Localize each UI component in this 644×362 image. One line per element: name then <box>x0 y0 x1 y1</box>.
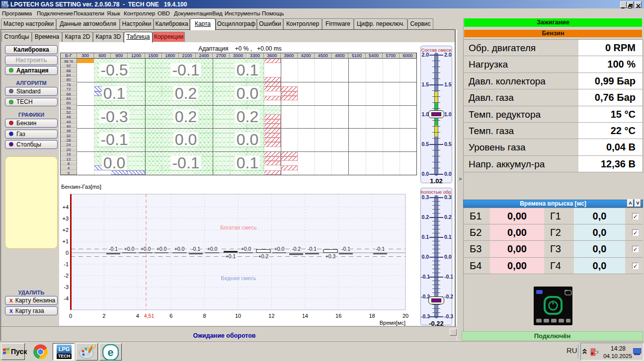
svg-text:+3: +3 <box>62 216 69 221</box>
svg-text:Бедная смесь: Бедная смесь <box>221 275 256 281</box>
svg-text:+0.0: +0.0 <box>124 246 135 252</box>
svg-text:0: 0 <box>66 250 69 256</box>
svg-text:6: 6 <box>169 313 172 319</box>
svg-text:+0.1: +0.1 <box>226 253 236 259</box>
svg-text:0: 0 <box>69 313 72 319</box>
svg-text:-4: -4 <box>64 295 69 301</box>
svg-text:+0.0: +0.0 <box>157 246 167 252</box>
svg-text:+4: +4 <box>62 204 69 210</box>
svg-text:+0.0: +0.0 <box>241 246 251 252</box>
svg-text:+0.0: +0.0 <box>174 246 185 252</box>
svg-text:8: 8 <box>203 313 206 319</box>
svg-text:+0.0: +0.0 <box>207 246 218 252</box>
svg-text:+0.2: +0.2 <box>258 253 269 259</box>
svg-text:Время[мс]: Время[мс] <box>380 320 405 326</box>
svg-text:-2: -2 <box>64 273 69 279</box>
svg-text:-0.1: -0.1 <box>109 246 118 252</box>
svg-text:4: 4 <box>136 313 139 319</box>
svg-text:-0.2: -0.2 <box>292 246 301 252</box>
svg-text:-0.1: -0.1 <box>308 246 317 252</box>
svg-text:14: 14 <box>302 313 308 319</box>
svg-text:Бензин-Газ[ms]: Бензин-Газ[ms] <box>61 184 101 190</box>
svg-text:+2: +2 <box>62 227 69 233</box>
svg-text:+0.0: +0.0 <box>274 246 285 252</box>
svg-text:12: 12 <box>268 313 274 319</box>
svg-text:16: 16 <box>335 313 341 319</box>
svg-text:+0.0: +0.0 <box>141 246 151 252</box>
svg-text:+0.3: +0.3 <box>325 253 336 259</box>
svg-text:+1: +1 <box>62 238 69 244</box>
svg-text:-0.1: -0.1 <box>376 246 385 252</box>
svg-text:20: 20 <box>402 313 408 319</box>
svg-text:18: 18 <box>369 313 375 319</box>
svg-text:-1: -1 <box>64 261 69 267</box>
svg-text:-0.1: -0.1 <box>341 246 350 252</box>
svg-text:Богатая смесь: Богатая смесь <box>220 224 257 230</box>
svg-text:-0.1: -0.1 <box>191 246 200 252</box>
svg-text:10: 10 <box>235 313 241 319</box>
svg-text:2: 2 <box>102 313 105 319</box>
svg-text:-3: -3 <box>64 284 69 290</box>
svg-text:e: e <box>108 347 114 359</box>
svg-text:4,51: 4,51 <box>144 313 155 319</box>
